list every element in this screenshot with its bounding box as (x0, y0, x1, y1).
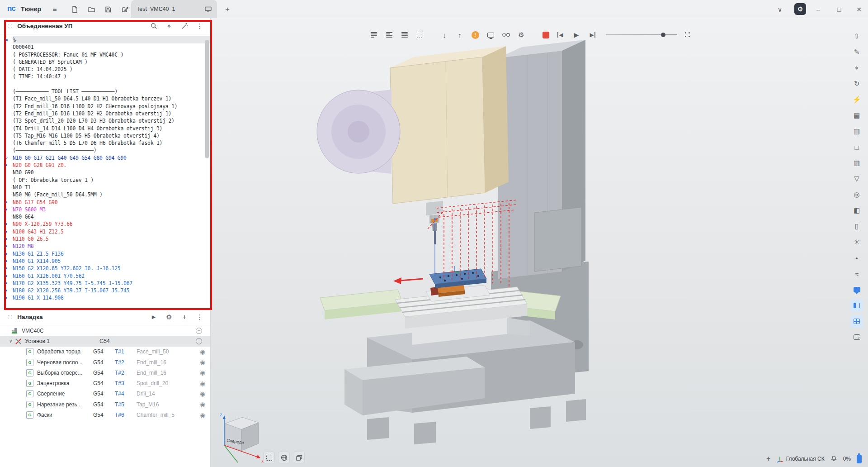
minimize-button[interactable]: – (812, 4, 824, 15)
line-gutter[interactable] (0, 95, 13, 102)
code-line[interactable]: N180 G2 X120.256 Y39.37 I-15.067 J5.745 (0, 287, 210, 294)
blank-square-icon[interactable]: □ (850, 141, 863, 153)
code-line[interactable]: N20 G0 G28 G91 Z0. (0, 162, 210, 169)
machine-row[interactable]: VMC40C – (0, 325, 210, 336)
new-file-icon[interactable] (69, 4, 80, 15)
nc-list-follow-icon[interactable] (383, 29, 395, 41)
line-gutter[interactable] (0, 162, 13, 169)
line-gutter[interactable] (0, 66, 13, 73)
lens-icon[interactable]: ◎ (850, 188, 863, 201)
line-gutter[interactable] (0, 81, 13, 88)
code-line[interactable]: N110 G0 Z6.5 (0, 235, 210, 243)
add-icon[interactable]: + (766, 454, 771, 463)
drag-handle-icon[interactable]: ∷ (8, 314, 12, 320)
eject-icon[interactable]: ⇧ (850, 30, 863, 43)
line-gutter[interactable] (0, 147, 13, 154)
edit-icon[interactable] (119, 4, 131, 15)
circle-minus-icon[interactable]: – (196, 328, 202, 334)
line-gutter[interactable] (0, 43, 13, 51)
line-gutter[interactable] (0, 154, 13, 162)
setup-row[interactable]: ∨ Установ 1 G54 – (0, 336, 210, 346)
line-gutter[interactable] (0, 199, 13, 206)
operation-row[interactable]: G Фаски G54 T#6 Chamfer_mill_5 ◉ (0, 410, 210, 420)
line-gutter[interactable] (0, 88, 13, 95)
code-line[interactable]: ( POSTPROCESSOR: Fanuc 0i MF VMC40C ) (0, 51, 210, 58)
line-gutter[interactable] (0, 117, 13, 124)
line-gutter[interactable] (0, 169, 13, 176)
chat-icon[interactable] (850, 283, 863, 296)
code-line[interactable]: N170 G2 X135.323 Y49.75 I-5.745 J-15.067 (0, 280, 210, 287)
warning-icon[interactable]: ! (469, 29, 481, 41)
nc-list-justify-icon[interactable] (399, 29, 410, 41)
save-icon[interactable] (102, 4, 114, 15)
operation-row[interactable]: G Черновая посло... G54 T#2 End_mill_16 … (0, 357, 210, 367)
code-line[interactable]: N100 G43 H1 Z12.5 (0, 228, 210, 235)
layers-icon[interactable] (293, 452, 305, 463)
mirror-icon[interactable]: ◧ (850, 204, 863, 217)
target-icon[interactable]: ◉ (195, 359, 210, 366)
line-gutter[interactable] (0, 139, 13, 147)
operation-row[interactable]: G Зацентровка G54 T#3 Spot_drill_20 ◉ (0, 378, 210, 388)
operation-row[interactable]: G Сверление G54 T#4 Drill_14 ◉ (0, 389, 210, 399)
simulation-glasses-icon[interactable] (500, 29, 512, 41)
line-gutter[interactable] (0, 110, 13, 117)
line-gutter[interactable] (0, 294, 13, 301)
kebab-menu-icon[interactable]: ⋮ (195, 21, 205, 31)
line-gutter[interactable] (0, 51, 13, 58)
screen-output-icon[interactable] (485, 29, 496, 41)
expand-toolbar-icon[interactable] (682, 29, 693, 41)
line-gutter[interactable] (0, 191, 13, 198)
line-gutter[interactable] (0, 287, 13, 294)
target-icon[interactable]: ◉ (195, 391, 210, 397)
bell-icon[interactable] (830, 454, 837, 463)
line-gutter[interactable] (0, 206, 13, 213)
line-gutter[interactable] (0, 36, 13, 43)
drag-handle-icon[interactable]: ∷ (8, 23, 12, 29)
operation-row[interactable]: G Нарезание резь... G54 T#5 Tap_M16 ◉ (0, 399, 210, 410)
line-gutter[interactable] (0, 220, 13, 228)
code-line[interactable]: (T3 Spot_drill_20 D20 L70 D3 H3 Obrabotk… (0, 117, 210, 124)
dot-icon[interactable]: • (850, 252, 863, 264)
arrow-down-icon[interactable]: ↓ (439, 29, 450, 41)
target-icon[interactable]: ◉ (195, 412, 210, 419)
code-line[interactable]: N160 G1 X126.001 Y70.562 (0, 272, 210, 280)
document-icon[interactable]: ▯ (850, 220, 863, 233)
usb-icon[interactable]: ⚡ (850, 93, 863, 106)
brush-icon[interactable]: ✎ (850, 46, 863, 58)
code-line[interactable]: (─────────── TOOL LIST ───────────) (0, 88, 210, 95)
nc-list-icon[interactable] (368, 29, 380, 41)
code-line[interactable]: (T5 Tap_M16 M16 L100 D5 H5 Obrabotka otv… (0, 132, 210, 139)
code-line[interactable]: N90 X-120.259 Y73.66 (0, 220, 210, 228)
line-gutter[interactable] (0, 103, 13, 110)
globe-icon[interactable] (278, 452, 290, 463)
grid-icon[interactable] (850, 315, 863, 328)
operation-row[interactable]: G Обработка торца G54 T#1 Face_mill_50 ◉ (0, 347, 210, 357)
line-gutter[interactable] (0, 58, 13, 66)
document-tab[interactable]: Test_VMC40_1 (131, 0, 217, 18)
code-line[interactable]: N130 G1 Z1.5 F136 (0, 250, 210, 257)
hamburger-menu-icon[interactable]: ≡ (49, 4, 61, 15)
kebab-menu-icon[interactable]: ⋮ (195, 312, 205, 322)
gear-icon[interactable]: ⚙ (164, 312, 174, 322)
line-gutter[interactable] (0, 257, 13, 265)
operation-row[interactable]: G Выборка отверс... G54 T#2 End_mill_16 … (0, 367, 210, 378)
code-line[interactable]: N60 G17 G54 G90 (0, 199, 210, 206)
add-tab-button[interactable]: + (222, 4, 233, 15)
gear-icon[interactable]: ⚙ (515, 29, 527, 41)
printer-alt-icon[interactable]: ▥ (850, 125, 863, 138)
chevron-down-icon[interactable]: ∨ (9, 338, 12, 343)
code-line[interactable]: (T1 Face_mill_50 D64.5 L40 D1 H1 Obrabot… (0, 95, 210, 102)
simulation-progress-slider[interactable] (606, 34, 677, 35)
settings-gear-button[interactable]: ⚙ (794, 3, 806, 15)
line-gutter[interactable] (0, 176, 13, 184)
code-line[interactable]: N50 M6 (Face_mill_50 D64.5MM ) (0, 191, 210, 198)
workpiece[interactable] (426, 266, 490, 301)
line-gutter[interactable] (0, 184, 13, 191)
selection-frame-icon[interactable] (414, 29, 426, 41)
close-button[interactable]: ✕ (853, 4, 865, 15)
code-line[interactable]: N40 T1 (0, 184, 210, 191)
maximize-button[interactable]: □ (833, 4, 845, 15)
code-line[interactable]: N150 G2 X120.65 Y72.602 I0. J-16.125 (0, 265, 210, 272)
line-gutter[interactable] (0, 280, 13, 287)
line-gutter[interactable] (0, 265, 13, 272)
